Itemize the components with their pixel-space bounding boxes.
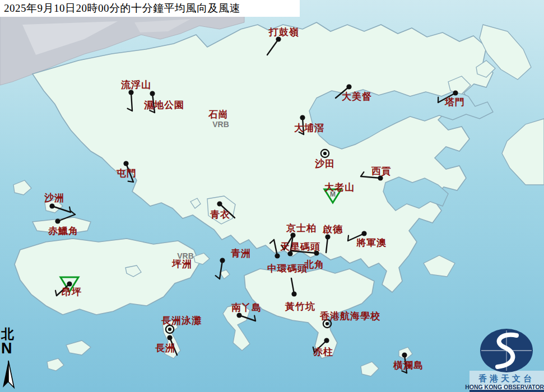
hko-logo-cn-text: 香港天文台 bbox=[478, 374, 534, 383]
station-label: 濕地公園 bbox=[143, 100, 184, 110]
station-label: 南丫島 bbox=[231, 302, 262, 313]
station-dot bbox=[361, 231, 366, 236]
station-label: 大埔滘 bbox=[294, 123, 324, 133]
station-dot bbox=[55, 218, 60, 223]
station-dot bbox=[217, 201, 222, 206]
map-title: 2025年9月10日20時00分的十分鐘平均風向及風速 bbox=[0, 1, 240, 16]
station-dot bbox=[314, 250, 319, 255]
station-dot bbox=[325, 234, 330, 239]
station-dot bbox=[324, 338, 329, 343]
station-label: 昂坪 bbox=[62, 287, 82, 297]
station-label: 坪洲 bbox=[171, 259, 192, 269]
hong-kong-map: 打鼓嶺流浮山濕地公園VRB石崗大美督塔門大埔滘沙田屯門沙洲赤鱲角西貢M大老山青衣… bbox=[0, 0, 544, 392]
station-dot bbox=[275, 253, 280, 258]
station-dot bbox=[300, 115, 305, 120]
station-label: 長洲 bbox=[155, 343, 175, 353]
station-dot bbox=[453, 90, 458, 95]
vrb-label: VRB bbox=[212, 120, 229, 129]
station-label: 中環碼頭 bbox=[267, 263, 308, 274]
station-dot bbox=[402, 352, 407, 357]
calm-dot bbox=[168, 328, 171, 331]
compass-n-label: N bbox=[1, 341, 20, 356]
calm-dot bbox=[326, 322, 329, 325]
station-dot bbox=[236, 312, 241, 318]
station-label: 青洲 bbox=[231, 248, 251, 259]
station-dot bbox=[49, 203, 54, 208]
station-label: 沙田 bbox=[314, 158, 335, 169]
station-label: 將軍澳 bbox=[356, 237, 387, 248]
station-label: 塔門 bbox=[444, 97, 465, 108]
station-dot bbox=[167, 335, 172, 340]
title-bar: 2025年9月10日20時00分的十分鐘平均風向及風速 bbox=[0, 0, 300, 17]
station-label: 大老山 bbox=[324, 182, 355, 193]
station-dot bbox=[150, 91, 155, 96]
station-label: 流浮山 bbox=[120, 80, 151, 90]
station-dot bbox=[291, 291, 296, 296]
station-label: 香港航海學校 bbox=[319, 311, 380, 321]
station-dot bbox=[123, 161, 128, 166]
station-label: 打鼓嶺 bbox=[268, 27, 299, 38]
north-compass: 北 N bbox=[1, 328, 20, 356]
station-label: 赤柱 bbox=[313, 347, 333, 357]
station-label: 西貢 bbox=[371, 166, 392, 176]
station-dot bbox=[67, 281, 72, 286]
station-label: 黃竹坑 bbox=[285, 301, 315, 312]
hko-logo-en-text: HONG KONG OBSERVATORY bbox=[465, 384, 544, 390]
station-label: 屯門 bbox=[116, 168, 137, 179]
station-label: 橫瀾島 bbox=[393, 360, 424, 371]
station-label: 北角 bbox=[304, 259, 324, 270]
station-label: 大美督 bbox=[342, 91, 372, 102]
wind-barb-feather bbox=[128, 181, 133, 182]
station-label: 青衣 bbox=[210, 209, 230, 220]
station-dot bbox=[220, 258, 225, 263]
calm-dot bbox=[323, 152, 327, 155]
station-label: 京士柏 bbox=[286, 223, 317, 234]
station-dot bbox=[346, 84, 351, 89]
station-label: 赤鱲角 bbox=[48, 226, 78, 236]
compass-cn-label: 北 bbox=[1, 328, 20, 341]
station-label: 天星碼頭 bbox=[280, 241, 320, 252]
station-label: 沙洲 bbox=[44, 193, 64, 203]
wind-barb-feather bbox=[348, 236, 348, 241]
station-label: 啟德 bbox=[322, 224, 343, 235]
station-dot bbox=[128, 90, 133, 95]
station-label: 長洲泳灘 bbox=[161, 315, 202, 326]
station-label: 石崗 bbox=[208, 109, 229, 120]
wind-map-page: 打鼓嶺流浮山濕地公園VRB石崗大美督塔門大埔滘沙田屯門沙洲赤鱲角西貢M大老山青衣… bbox=[0, 0, 544, 392]
